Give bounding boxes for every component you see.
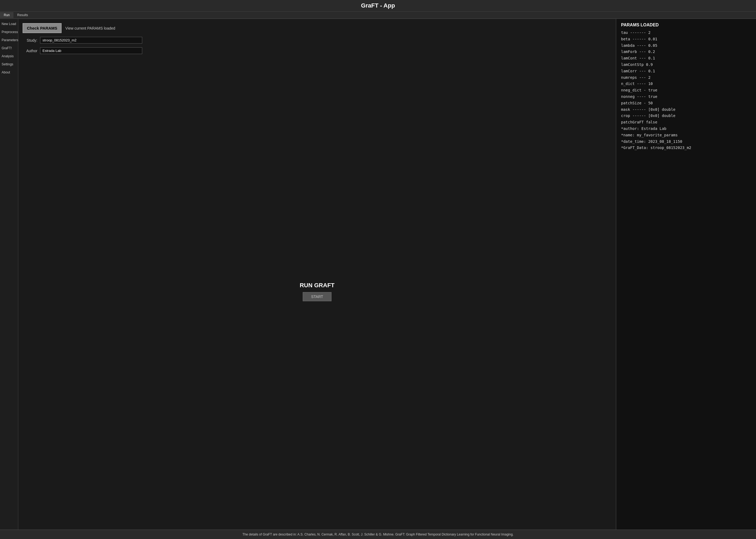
params-line: nonneg ---- true [621, 94, 751, 100]
footer: The details of GraFT are described in: A… [0, 530, 756, 539]
menu-item-run[interactable]: Run [0, 12, 14, 18]
sidebar-item-new-load[interactable]: New Load [0, 20, 18, 28]
study-input[interactable] [40, 37, 142, 43]
sidebar-item-parameters[interactable]: Parameters [0, 36, 18, 44]
params-line: numreps --- 2 [621, 74, 751, 81]
params-line: *name: my_favorite_params [621, 132, 751, 138]
params-line: patchGraFT false [621, 119, 751, 125]
menu-bar: Run Results [0, 12, 756, 19]
app-title: GraFT - App [0, 0, 756, 12]
left-panel: Check PARAMS View current PARAMS loaded … [18, 19, 616, 530]
check-params-label: View current PARAMS loaded [65, 26, 115, 31]
content: Check PARAMS View current PARAMS loaded … [18, 19, 756, 530]
study-row: Study: [23, 37, 612, 43]
run-graft-section: RUN GRAFT START [23, 58, 612, 525]
app-body: New Load Preprocess Parameters GraFT! An… [0, 19, 756, 530]
author-row: Author [23, 47, 612, 54]
check-params-button[interactable]: Check PARAMS [23, 23, 62, 33]
params-line: tau ------- 2 [621, 30, 751, 36]
check-params-row: Check PARAMS View current PARAMS loaded [23, 23, 612, 33]
params-line: patchSize - 50 [621, 100, 751, 107]
author-input[interactable] [40, 47, 142, 54]
params-line: *date_time: 2023_08_18_1150 [621, 138, 751, 145]
params-line: *GraFT_Data: stroop_08152023_m2 [621, 145, 751, 151]
params-title: PARAMS LOADED [621, 23, 751, 28]
sidebar-item-about[interactable]: About [0, 68, 18, 76]
study-label: Study: [23, 38, 37, 42]
params-line: lamContStp 0.9 [621, 62, 751, 68]
params-lines: tau ------- 2 beta ------ 0.01 lambda --… [621, 30, 751, 151]
params-line: nneg_dict - true [621, 87, 751, 94]
params-line: beta ------ 0.01 [621, 36, 751, 42]
sidebar-item-settings[interactable]: Settings [0, 60, 18, 68]
run-graft-title: RUN GRAFT [300, 282, 335, 289]
params-line: lamCorr --- 0.1 [621, 68, 751, 74]
params-line: lambda ---- 0.05 [621, 42, 751, 49]
params-line: mask ------ [0x0] double [621, 107, 751, 113]
params-line: *author: Estrada Lab [621, 125, 751, 132]
menu-item-results[interactable]: Results [14, 12, 32, 18]
sidebar-item-preprocess[interactable]: Preprocess [0, 28, 18, 36]
params-line: crop ------ [0x0] double [621, 113, 751, 119]
sidebar: New Load Preprocess Parameters GraFT! An… [0, 19, 18, 530]
start-button[interactable]: START [303, 292, 331, 301]
right-panel: PARAMS LOADED tau ------- 2 beta ------ … [616, 19, 756, 530]
params-line: n_dict ---- 10 [621, 81, 751, 87]
sidebar-item-graft[interactable]: GraFT! [0, 44, 18, 52]
sidebar-item-analysis[interactable]: Analysis [0, 52, 18, 60]
params-line: lamCont --- 0.1 [621, 55, 751, 62]
author-label: Author [23, 49, 37, 53]
params-line: lamForb --- 0.2 [621, 49, 751, 55]
